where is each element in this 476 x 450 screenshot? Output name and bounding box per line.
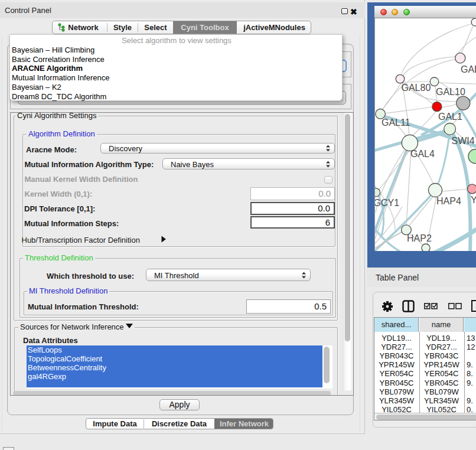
svg-text:GAL10: GAL10 bbox=[436, 87, 465, 97]
svg-text:GAL11: GAL11 bbox=[382, 118, 410, 128]
svg-text:GAL7: GAL7 bbox=[461, 64, 476, 74]
svg-text:HAP4: HAP4 bbox=[436, 196, 461, 206]
svg-text:GAL4: GAL4 bbox=[410, 149, 435, 159]
svg-text:HAP2: HAP2 bbox=[407, 233, 432, 243]
svg-text:SWI4: SWI4 bbox=[452, 136, 475, 146]
svg-text:Y: Y bbox=[471, 195, 476, 205]
svg-text:GCY1: GCY1 bbox=[375, 198, 399, 208]
svg-text:GAL80: GAL80 bbox=[402, 83, 431, 93]
svg-text:GAL1: GAL1 bbox=[438, 112, 462, 122]
